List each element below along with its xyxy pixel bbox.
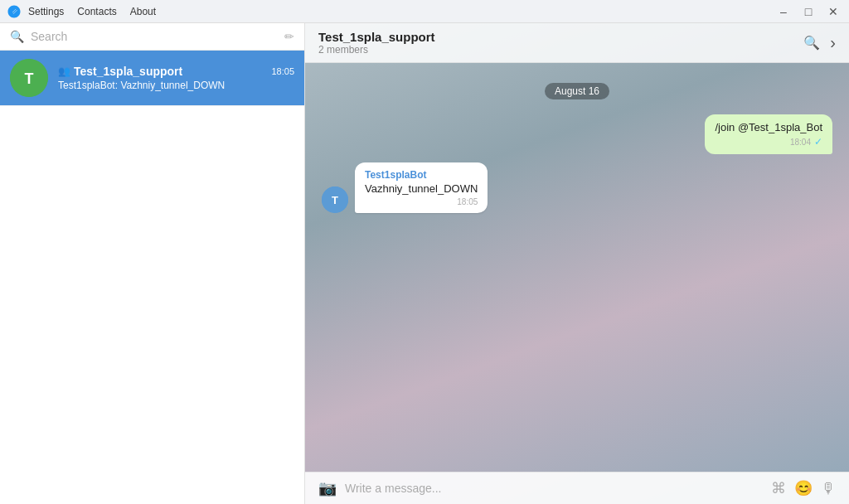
chat-subtitle: 2 members <box>318 44 803 56</box>
menu-about[interactable]: About <box>130 6 156 17</box>
emoji-icon[interactable]: 😊 <box>794 479 813 497</box>
chat-search-button[interactable]: 🔍 <box>803 35 820 51</box>
date-separator: August 16 <box>322 83 832 99</box>
message-footer-incoming: 18:05 <box>365 197 478 206</box>
group-icon: 👥 <box>58 65 70 77</box>
chat-name: 👥 Test_1spla_support <box>58 65 182 78</box>
maximize-button[interactable]: □ <box>799 2 817 21</box>
message-row-outgoing: /join @Test_1spla_Bot 18:04 ✓ <box>322 114 832 154</box>
avatar: T <box>10 59 48 97</box>
search-bar: 🔍 ✏ <box>0 23 304 51</box>
app-logo <box>7 4 22 19</box>
menu-contacts[interactable]: Contacts <box>77 6 116 17</box>
chat-list: T 👥 Test_1spla_support 18:05 Test1splaBo… <box>0 51 304 504</box>
chat-info: 👥 Test_1spla_support 18:05 Test1splaBot:… <box>58 65 294 91</box>
camera-icon[interactable]: 📷 <box>318 479 337 497</box>
chat-preview: Test1splaBot: Vazhniy_tunnel_DOWN <box>58 80 294 91</box>
commands-icon[interactable]: ⌘ <box>771 479 786 497</box>
messages-area: August 16 /join @Test_1spla_Bot 18:04 ✓ <box>305 63 849 472</box>
chat-title: Test_1spla_support <box>318 30 803 44</box>
edit-icon[interactable]: ✏ <box>284 30 294 43</box>
message-text-incoming: Vazhniy_tunnel_DOWN <box>365 182 478 195</box>
close-button[interactable]: ✕ <box>824 2 842 21</box>
message-sender: Test1splaBot <box>365 169 478 181</box>
message-footer: 18:04 ✓ <box>715 136 822 148</box>
sidebar: 🔍 ✏ T 👥 <box>0 23 305 504</box>
chat-area: Test_1spla_support 2 members 🔍 › August … <box>305 23 849 504</box>
input-right-icons: ⌘ 😊 🎙 <box>771 479 836 497</box>
svg-text:T: T <box>332 194 338 206</box>
mic-icon[interactable]: 🎙 <box>821 480 836 497</box>
app-container: 🔍 ✏ T 👥 <box>0 23 849 504</box>
input-area: 📷 ⌘ 😊 🎙 <box>305 472 849 504</box>
message-time-incoming: 18:05 <box>457 197 478 206</box>
message-bubble-incoming: Test1splaBot Vazhniy_tunnel_DOWN 18:05 <box>355 162 488 213</box>
chat-time: 18:05 <box>271 66 294 76</box>
chat-header-bar: Test_1spla_support 2 members 🔍 › <box>305 23 849 63</box>
search-icon: 🔍 <box>10 30 24 43</box>
chat-header-actions: 🔍 › <box>803 33 836 52</box>
minimize-button[interactable]: – <box>774 2 793 21</box>
date-label: August 16 <box>545 83 609 99</box>
window-controls: – □ ✕ <box>774 2 842 21</box>
menu-bar: Settings Contacts About <box>28 6 156 17</box>
chat-item[interactable]: T 👥 Test_1spla_support 18:05 Test1splaBo… <box>0 51 304 106</box>
message-row-incoming: T Test1splaBot Vazhniy_tunnel_DOWN 18:05 <box>322 162 832 213</box>
message-time: 18:04 <box>790 138 811 147</box>
title-bar: Settings Contacts About – □ ✕ <box>0 0 849 23</box>
avatar-inner: T <box>10 59 48 97</box>
menu-settings[interactable]: Settings <box>28 6 64 17</box>
search-input[interactable] <box>31 30 284 43</box>
read-tick-icon: ✓ <box>814 136 822 148</box>
message-input[interactable] <box>345 482 763 495</box>
message-text: /join @Test_1spla_Bot <box>715 121 822 133</box>
chat-header-info: Test_1spla_support 2 members <box>318 30 803 56</box>
message-bubble-outgoing: /join @Test_1spla_Bot 18:04 ✓ <box>705 114 832 154</box>
chat-forward-button[interactable]: › <box>830 33 836 52</box>
svg-text:T: T <box>25 70 34 87</box>
chat-item-header: 👥 Test_1spla_support 18:05 <box>58 65 294 78</box>
message-avatar: T <box>322 187 348 213</box>
